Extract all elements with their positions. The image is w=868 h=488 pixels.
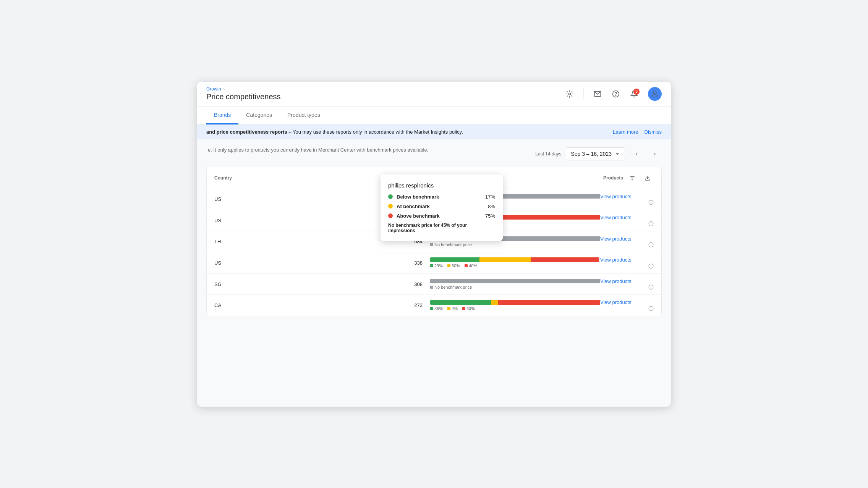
pct-green-4: 29% (434, 263, 443, 268)
date-next-button[interactable]: › (648, 147, 662, 161)
tabs-bar: Brands Categories Product types (197, 107, 671, 124)
cell-country-1: US (214, 196, 384, 202)
cell-products-1: View products (600, 194, 654, 205)
no-benchmark-text-3: No benchmark price (434, 242, 472, 247)
tooltip-label-below: Below benchmark (397, 194, 481, 200)
cell-products-6: View products (600, 299, 654, 311)
tooltip-row-below: Below benchmark 17% (388, 194, 495, 200)
policy-banner: and price competitiveness reports – You … (197, 124, 671, 139)
cell-products-5: View products (600, 278, 654, 290)
table-row: SG 308 No benchmark price View products (207, 274, 661, 295)
help-button[interactable] (608, 86, 623, 102)
bar-cell-5: No benchmark price (430, 279, 600, 289)
banner-text-strong: and price competitiveness reports (206, 129, 287, 135)
pct-green-6: 36% (434, 306, 443, 311)
cell-products-2: View products (600, 215, 654, 226)
view-products-link-5[interactable]: View products (600, 278, 654, 284)
cell-country-3: TH (214, 239, 384, 244)
bar-label-red-6: 60% (462, 306, 475, 311)
view-products-link-6[interactable]: View products (600, 299, 654, 305)
tab-brands[interactable]: Brands (206, 107, 238, 124)
bar-track-4 (430, 257, 600, 262)
tooltip-row-at: At benchmark 8% (388, 204, 495, 209)
info-icon-5 (648, 284, 654, 290)
learn-more-link[interactable]: Learn more (613, 129, 638, 135)
cell-clicks-5: 308 (384, 281, 430, 287)
date-picker[interactable]: Sep 3 – 16, 2023 (566, 147, 625, 160)
dot-red-4 (465, 264, 468, 267)
bar-labels-5: No benchmark price (430, 285, 600, 289)
col-products: Products svg path{stroke:#5f6368;stroke-… (600, 172, 654, 184)
cell-clicks-6: 273 (384, 302, 430, 308)
info-icon-2 (648, 221, 654, 226)
cell-clicks-4: 338 (384, 260, 430, 266)
dropdown-icon (615, 151, 620, 157)
dismiss-link[interactable]: Dismiss (645, 129, 662, 135)
header: Growth › Price competitiveness (197, 82, 671, 107)
bar-green-4 (430, 257, 479, 262)
info-text: e. It only applies to products you curre… (206, 147, 430, 153)
avatar[interactable] (648, 87, 662, 101)
banner-text-rest: – You may use these reports only in acco… (288, 129, 463, 135)
bar-red-6 (498, 300, 600, 305)
col-country: Country (214, 175, 384, 181)
filter-button[interactable]: svg path{stroke:#5f6368;stroke-width:2;s… (626, 172, 638, 184)
tab-product-types[interactable]: Product types (280, 107, 328, 124)
bar-cell-6: 36% 4% 60% (430, 300, 600, 311)
pct-red-6: 60% (466, 306, 475, 311)
pct-orange-4: 30% (452, 263, 460, 268)
cell-country-2: US (214, 218, 384, 223)
date-range-text: Sep 3 – 16, 2023 (571, 151, 612, 157)
download-button[interactable] (641, 172, 654, 184)
mail-button[interactable] (590, 86, 605, 102)
dot-green-6 (430, 307, 433, 310)
notifications-button[interactable]: 3 (627, 86, 642, 102)
dot-orange-4 (447, 264, 450, 267)
tab-categories[interactable]: Categories (238, 107, 280, 124)
tooltip-label-above: Above benchmark (397, 213, 481, 219)
banner-links: Learn more Dismiss (613, 129, 662, 135)
view-products-link-2[interactable]: View products (600, 215, 654, 220)
bar-labels-3: No benchmark price (430, 242, 600, 247)
gear-icon (566, 90, 573, 98)
tooltip-value-below: 17% (485, 194, 495, 200)
tooltip-value-at: 8% (488, 204, 495, 209)
tooltip-value-above: 75% (485, 213, 495, 219)
bar-red-4 (531, 257, 599, 262)
view-products-link-3[interactable]: View products (600, 236, 654, 242)
dot-gray-3 (430, 243, 433, 246)
filter-icon: svg path{stroke:#5f6368;stroke-width:2;s… (629, 175, 635, 181)
banner-text: and price competitiveness reports – You … (206, 129, 613, 135)
mail-icon (594, 90, 601, 98)
page-title: Price competitiveness (206, 92, 562, 101)
tooltip-dot-orange (388, 204, 393, 208)
header-icons: 3 (562, 86, 662, 102)
tooltip-row-above: Above benchmark 75% (388, 213, 495, 219)
cell-products-4: View products (600, 257, 654, 269)
cell-country-4: US (214, 260, 384, 266)
view-products-link-1[interactable]: View products (600, 194, 654, 199)
bar-track-5 (430, 279, 600, 283)
bar-orange-4 (479, 257, 531, 262)
dot-orange-6 (447, 307, 450, 310)
info-icon-3 (648, 242, 654, 247)
view-products-link-4[interactable]: View products (600, 257, 654, 263)
tooltip-title: philips respironics (388, 182, 495, 189)
bar-labels-6: 36% 4% 60% (430, 306, 600, 311)
help-icon (612, 90, 620, 98)
bar-label-orange-4: 30% (447, 263, 460, 268)
date-prev-button[interactable]: ‹ (630, 147, 643, 161)
cell-country-5: SG (214, 281, 384, 287)
bar-label-red-4: 40% (465, 263, 477, 268)
main-window: Growth › Price competitiveness (197, 82, 671, 407)
bar-labels-4: 29% 30% 40% (430, 263, 600, 268)
header-left: Growth › Price competitiveness (206, 86, 562, 101)
tooltip-note: No benchmark price for 45% of your impre… (388, 223, 495, 233)
breadcrumb-link[interactable]: Growth (206, 86, 221, 92)
bar-orange-6 (491, 300, 498, 305)
bar-label-green-6: 36% (430, 306, 443, 311)
settings-button[interactable] (562, 86, 577, 102)
date-label: Last 14 days (535, 151, 561, 157)
dot-red-6 (462, 307, 465, 310)
breadcrumb: Growth › (206, 86, 562, 92)
